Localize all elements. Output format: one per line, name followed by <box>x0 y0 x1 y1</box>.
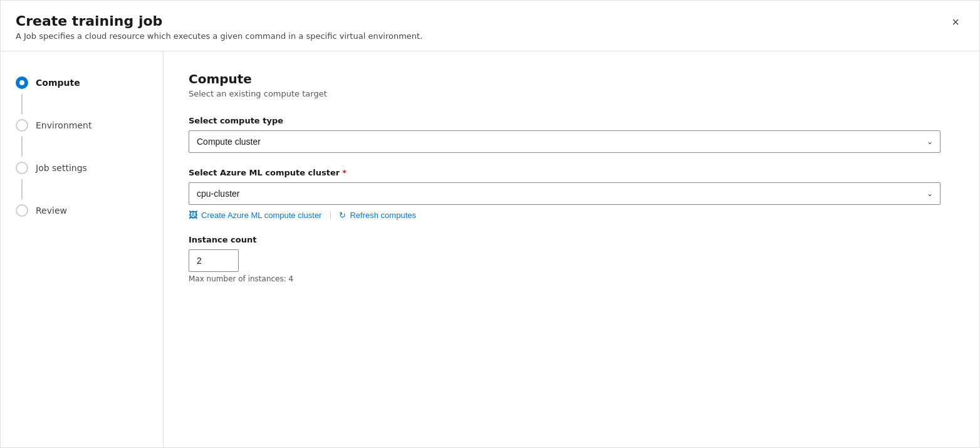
compute-type-field: Select compute type Compute cluster Comp… <box>189 116 954 153</box>
step-circle-review <box>16 204 28 217</box>
dialog-body: Compute Environment Job settings Review <box>1 51 979 447</box>
link-separator: | <box>329 211 331 219</box>
step-circle-compute <box>16 76 28 89</box>
sidebar-item-environment[interactable]: Environment <box>16 114 148 137</box>
instance-count-hint: Max number of instances: 4 <box>189 274 954 283</box>
sidebar-item-review[interactable]: Review <box>16 199 148 222</box>
sidebar-item-job-settings[interactable]: Job settings <box>16 157 148 179</box>
cluster-field: Select Azure ML compute cluster * cpu-cl… <box>189 168 954 220</box>
sidebar-item-compute[interactable]: Compute <box>16 71 148 94</box>
dialog-title: Create training job <box>16 13 422 29</box>
section-subtitle: Select an existing compute target <box>189 89 954 98</box>
sidebar: Compute Environment Job settings Review <box>1 51 164 447</box>
step-connector-3 <box>21 179 23 199</box>
dialog-subtitle: A Job specifies a cloud resource which e… <box>16 31 422 41</box>
instance-count-label: Instance count <box>189 235 954 244</box>
compute-type-label: Select compute type <box>189 116 954 125</box>
step-label-compute: Compute <box>36 78 80 88</box>
cluster-select[interactable]: cpu-cluster <box>189 182 941 205</box>
refresh-icon: ↻ <box>339 211 346 220</box>
step-label-job-settings: Job settings <box>36 163 87 173</box>
compute-type-select-wrapper: Compute cluster Compute instance Serverl… <box>189 130 941 153</box>
compute-type-select[interactable]: Compute cluster Compute instance Serverl… <box>189 130 941 153</box>
create-cluster-link[interactable]: 🖼 Create Azure ML compute cluster <box>189 210 321 220</box>
step-circle-job-settings <box>16 162 28 174</box>
close-button[interactable]: × <box>947 13 964 31</box>
step-label-review: Review <box>36 206 67 216</box>
step-label-environment: Environment <box>36 120 91 130</box>
monitor-icon: 🖼 <box>189 210 197 220</box>
cluster-label: Select Azure ML compute cluster * <box>189 168 954 177</box>
refresh-computes-link[interactable]: ↻ Refresh computes <box>339 211 416 220</box>
main-content: Compute Select an existing compute targe… <box>164 51 979 447</box>
instance-count-input[interactable] <box>189 249 239 272</box>
step-circle-environment <box>16 119 28 132</box>
header-text: Create training job A Job specifies a cl… <box>16 13 422 41</box>
step-connector-2 <box>21 137 23 157</box>
cluster-select-wrapper: cpu-cluster ⌄ <box>189 182 941 205</box>
required-star: * <box>342 168 347 177</box>
create-training-job-dialog: Create training job A Job specifies a cl… <box>0 0 980 448</box>
dialog-header: Create training job A Job specifies a cl… <box>1 1 979 51</box>
instance-count-field: Instance count Max number of instances: … <box>189 235 954 283</box>
action-links: 🖼 Create Azure ML compute cluster | ↻ Re… <box>189 210 954 220</box>
step-connector-1 <box>21 94 23 114</box>
section-title: Compute <box>189 71 954 86</box>
